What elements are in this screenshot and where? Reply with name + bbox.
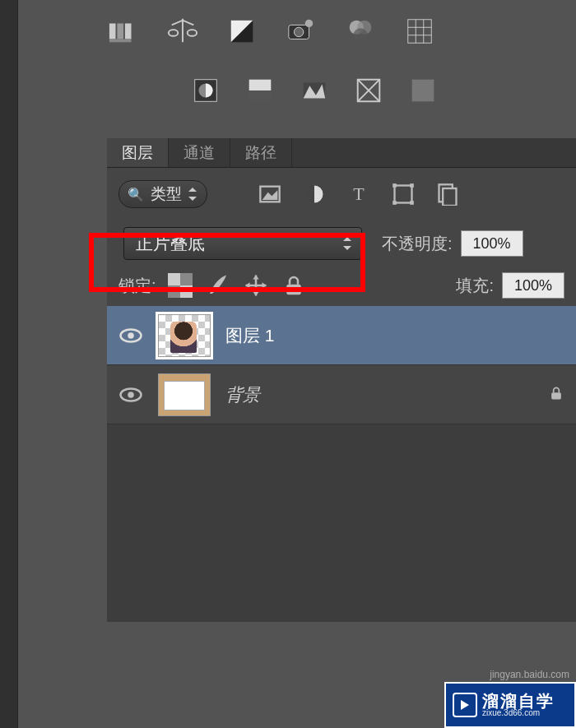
updown-icon xyxy=(188,188,197,201)
dock-bar xyxy=(0,0,18,728)
watermark-badge: 溜溜自学 zixue.3d66.com xyxy=(444,682,576,728)
fill-label[interactable]: 填充: xyxy=(456,275,494,297)
adjustments-row-2 xyxy=(189,74,439,107)
fill-value[interactable]: 100% xyxy=(502,272,564,299)
svg-rect-36 xyxy=(393,201,397,205)
opacity-value[interactable]: 100% xyxy=(461,230,523,257)
adjust-invert-icon[interactable] xyxy=(189,74,222,107)
layer-filter-row: 🔍 类型 T xyxy=(107,168,576,216)
filter-smart-icon[interactable] xyxy=(436,183,459,206)
svg-rect-33 xyxy=(395,186,412,203)
blend-opacity-row: 正片叠底 不透明度: 100% xyxy=(107,216,576,265)
svg-rect-15 xyxy=(408,20,432,44)
filter-adjust-icon[interactable] xyxy=(303,183,326,206)
adjust-selectivecolor-icon[interactable] xyxy=(352,74,385,107)
tab-paths[interactable]: 路径 xyxy=(230,138,292,167)
svg-rect-41 xyxy=(168,273,180,285)
tab-layers[interactable]: 图层 xyxy=(107,138,169,167)
adjust-bw-icon[interactable] xyxy=(225,15,258,48)
panel-tabs: 图层 通道 路径 xyxy=(107,138,576,168)
svg-rect-23 xyxy=(249,80,272,90)
watermark-url: zixue.3d66.com xyxy=(482,709,555,717)
layer-thumbnail[interactable] xyxy=(158,373,211,416)
watermark-brand: 溜溜自学 xyxy=(482,693,555,709)
adjust-threshold-icon[interactable] xyxy=(244,74,276,107)
adjust-posterize-icon[interactable] xyxy=(107,15,140,48)
filter-pixel-icon[interactable] xyxy=(258,183,281,206)
svg-rect-2 xyxy=(125,24,132,39)
filter-type-label: 类型 xyxy=(151,183,182,205)
layers-list: 图层 1 背景 xyxy=(107,306,576,424)
adjustments-row-1 xyxy=(107,15,436,48)
svg-point-14 xyxy=(353,28,367,42)
svg-rect-0 xyxy=(109,24,116,39)
layer-row[interactable]: 图层 1 xyxy=(107,306,576,365)
opacity-label[interactable]: 不透明度: xyxy=(382,233,453,255)
svg-point-6 xyxy=(188,30,197,36)
lock-label: 锁定: xyxy=(118,275,156,297)
adjust-balance-icon[interactable] xyxy=(166,15,199,48)
visibility-toggle[interactable] xyxy=(118,383,143,407)
svg-point-5 xyxy=(169,30,178,36)
filter-shape-icon[interactable] xyxy=(392,183,415,206)
tab-channels[interactable]: 通道 xyxy=(169,138,230,167)
svg-point-47 xyxy=(128,392,134,398)
filter-type-dropdown[interactable]: 🔍 类型 xyxy=(118,180,207,208)
adjust-photofilter-icon[interactable] xyxy=(285,15,318,48)
svg-point-45 xyxy=(128,332,134,339)
adjust-channelmixer-icon[interactable] xyxy=(344,15,377,48)
search-icon: 🔍 xyxy=(128,187,144,202)
blend-mode-value: 正片叠底 xyxy=(136,232,205,255)
svg-marker-31 xyxy=(262,190,278,200)
svg-rect-3 xyxy=(109,39,132,43)
layers-panel: 图层 通道 路径 🔍 类型 T 正片叠底 不透明度: 100% 锁定: xyxy=(107,138,576,622)
play-icon xyxy=(453,693,477,717)
svg-rect-1 xyxy=(117,24,123,39)
svg-rect-42 xyxy=(180,285,193,298)
svg-point-10 xyxy=(294,27,303,36)
adjust-colorlookup-icon[interactable] xyxy=(403,15,436,48)
svg-point-11 xyxy=(305,20,314,28)
adjust-gradientmap-icon[interactable] xyxy=(298,74,331,107)
lock-indicator-icon xyxy=(548,385,564,405)
visibility-toggle[interactable] xyxy=(118,323,143,348)
adjust-extra-icon[interactable] xyxy=(406,74,439,107)
svg-rect-48 xyxy=(551,392,561,399)
watermark-credit: jingyan.baidu.com xyxy=(490,669,569,680)
lock-position-icon[interactable] xyxy=(244,273,268,298)
layer-name[interactable]: 图层 1 xyxy=(225,324,275,347)
svg-rect-43 xyxy=(286,285,301,295)
lock-fill-row: 锁定: 填充: 100% xyxy=(107,265,576,306)
updown-icon xyxy=(343,237,351,250)
layer-thumbnail[interactable] xyxy=(158,314,211,357)
svg-rect-35 xyxy=(410,183,414,188)
lock-paint-icon[interactable] xyxy=(206,273,230,298)
lock-all-icon[interactable] xyxy=(281,273,306,298)
svg-rect-37 xyxy=(410,201,414,205)
layers-empty-area xyxy=(107,424,576,622)
lock-transparent-icon[interactable] xyxy=(168,273,193,298)
svg-rect-34 xyxy=(393,183,397,188)
svg-rect-39 xyxy=(443,188,456,206)
blend-mode-select[interactable]: 正片叠底 xyxy=(123,227,362,260)
filter-type-text-icon[interactable]: T xyxy=(347,183,370,206)
layer-name[interactable]: 背景 xyxy=(225,383,260,406)
svg-rect-29 xyxy=(412,80,434,102)
layer-row[interactable]: 背景 xyxy=(107,365,576,424)
